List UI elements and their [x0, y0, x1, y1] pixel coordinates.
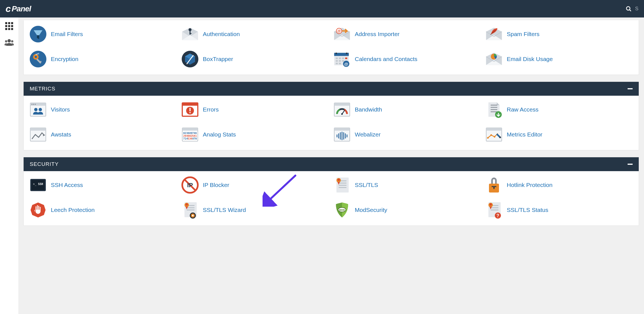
sidebar-users-button[interactable] [4, 39, 14, 47]
item-label: BoxTrapper [203, 56, 233, 62]
svg-point-49 [35, 104, 36, 105]
grid-icon [4, 21, 14, 31]
svg-text:714536870: 714536870 [183, 137, 197, 140]
collapse-icon [628, 88, 633, 89]
svg-point-31 [335, 52, 337, 54]
item-email-disk-usage[interactable]: Email Disk Usage [485, 48, 634, 70]
item-awstats[interactable]: Awstats [29, 123, 178, 146]
svg-line-1 [630, 9, 631, 11]
logo-text: Panel [12, 4, 31, 13]
svg-rect-17 [189, 33, 191, 34]
item-boxtrapper[interactable]: BoxTrapper [181, 48, 330, 70]
svg-rect-74 [334, 128, 350, 131]
svg-point-51 [39, 108, 42, 111]
item-calendars-contacts[interactable]: @ Calendars and Contacts [333, 48, 482, 70]
item-label: Email Disk Usage [507, 56, 553, 62]
item-label: Leech Protection [51, 207, 95, 213]
item-webalizer[interactable]: Webalizer [333, 123, 482, 146]
topbar-right: S [626, 6, 638, 12]
item-label: Encryption [51, 56, 78, 62]
svg-rect-9 [8, 28, 10, 30]
item-raw-access[interactable]: Raw Access [485, 98, 634, 121]
svg-rect-38 [339, 60, 341, 62]
svg-rect-37 [336, 60, 338, 62]
main-content: Email Filters Authentication @ Address I… [18, 17, 644, 241]
metrics-panel-header[interactable]: METRICS [24, 82, 639, 96]
errors-icon [181, 101, 199, 118]
item-label: SSL/TLS Status [507, 207, 548, 213]
svg-point-100 [338, 179, 340, 181]
item-modsecurity[interactable]: MOD ModSecurity [333, 199, 482, 221]
item-leech-protection[interactable]: Leech Protection [29, 199, 178, 221]
svg-rect-46 [30, 103, 46, 106]
envelope-feather-icon [485, 25, 503, 43]
svg-rect-55 [189, 108, 191, 111]
envelope-at-arrow-icon: @ [333, 25, 351, 43]
svg-rect-41 [339, 63, 341, 64]
svg-rect-33 [336, 57, 338, 59]
svg-point-107 [186, 203, 188, 206]
security-panel-header[interactable]: SECURITY [24, 157, 639, 171]
item-label: Awstats [51, 131, 71, 138]
item-hotlink-protection[interactable]: Hotlink Protection [485, 174, 634, 196]
svg-rect-69 [182, 128, 198, 131]
search-area[interactable]: S [626, 6, 638, 12]
svg-rect-39 [342, 60, 344, 62]
svg-rect-4 [11, 22, 13, 24]
item-ssl-tls[interactable]: SSL/TLS [333, 174, 482, 196]
item-ip-blocker[interactable]: IP IP Blocker [181, 174, 330, 196]
svg-point-23 [35, 56, 37, 58]
svg-rect-3 [8, 22, 10, 24]
link-lock-icon [485, 176, 503, 194]
svg-rect-36 [345, 57, 347, 59]
item-label: Email Filters [51, 31, 83, 37]
svg-point-48 [33, 104, 34, 105]
item-label: Spam Filters [507, 31, 540, 37]
email-panel-body: Email Filters Authentication @ Address I… [24, 20, 639, 75]
svg-text:@: @ [337, 29, 341, 33]
topbar: cPanel S [0, 0, 644, 17]
item-spam-filters[interactable]: Spam Filters [485, 23, 634, 45]
item-label: Authentication [203, 31, 240, 37]
cpanel-logo[interactable]: cPanel [6, 3, 31, 14]
item-visitors[interactable]: Visitors [29, 98, 178, 121]
svg-rect-58 [334, 103, 350, 106]
item-label: IP Blocker [203, 182, 229, 188]
security-panel-body: >_SSH SSH Access IP IP Blocker SSL/TLS [24, 171, 639, 226]
ssh-terminal-icon: >_SSH [29, 176, 47, 194]
svg-rect-53 [182, 103, 198, 106]
svg-point-118 [490, 203, 492, 206]
svg-point-47 [31, 104, 33, 105]
item-label: Bandwidth [355, 106, 382, 113]
item-bandwidth[interactable]: Bandwidth [333, 98, 482, 121]
item-ssh-access[interactable]: >_SSH SSH Access [29, 174, 178, 196]
envelope-chart-icon [485, 50, 503, 68]
item-analog-stats[interactable]: 023689746 264802561 714536870 Analog Sta… [181, 123, 330, 146]
svg-point-86 [494, 136, 495, 138]
sidebar-apps-button[interactable] [4, 21, 14, 32]
item-address-importer[interactable]: @ Address Importer [333, 23, 482, 45]
item-email-filters[interactable]: Email Filters [29, 23, 178, 45]
svg-rect-16 [189, 31, 191, 35]
svg-rect-2 [5, 22, 7, 24]
search-placeholder-text: S [635, 6, 638, 12]
ssl-cert-icon [333, 176, 351, 194]
item-authentication[interactable]: Authentication [181, 23, 330, 45]
key-gpg-icon: GPG [29, 50, 47, 68]
item-ssl-tls-status[interactable]: ? SSL/TLS Status [485, 199, 634, 221]
sidebar [0, 17, 18, 241]
funnel-icon [29, 25, 47, 43]
metrics-panel: METRICS Visitors Errors [23, 82, 639, 150]
svg-point-12 [5, 40, 7, 42]
line-chart-icon [29, 126, 47, 143]
calendar-at-icon: @ [333, 50, 351, 68]
gauge-icon [333, 101, 351, 118]
item-encryption[interactable]: GPG Encryption [29, 48, 178, 70]
item-metrics-editor[interactable]: Metrics Editor [485, 123, 634, 146]
envelope-key-icon [181, 25, 199, 43]
svg-point-50 [34, 108, 38, 111]
item-label: Analog Stats [203, 131, 236, 138]
users-icon [4, 39, 14, 46]
item-errors[interactable]: Errors [181, 98, 330, 121]
item-ssl-tls-wizard[interactable]: SSL/TLS Wizard [181, 199, 330, 221]
